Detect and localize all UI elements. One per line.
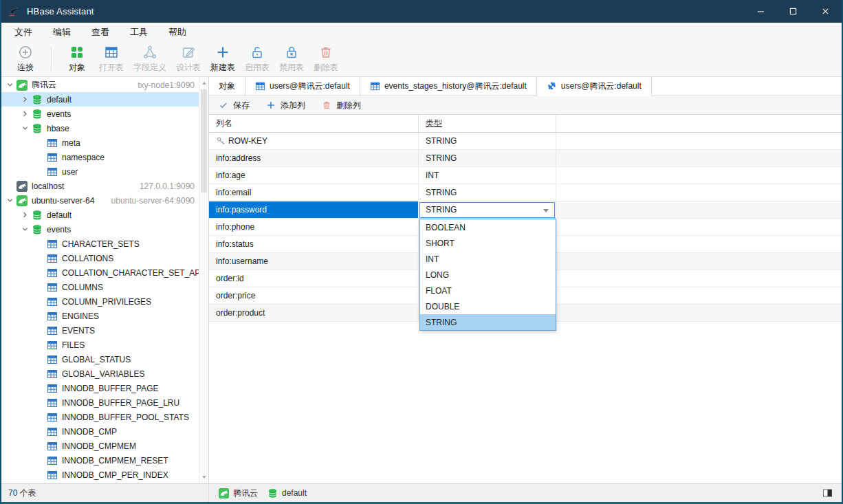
dropdown-option-INT[interactable]: INT [420, 251, 556, 267]
database-icon [32, 210, 43, 221]
tree-item-default[interactable]: default [1, 208, 199, 222]
tree-item-INNODB_BUFFER_PAGE_LRU[interactable]: INNODB_BUFFER_PAGE_LRU [1, 395, 199, 410]
tree-item-FILES[interactable]: FILES [1, 338, 199, 352]
scrollbar-thumb[interactable] [201, 89, 207, 193]
tree-item-COLLATIONS[interactable]: COLLATIONS [1, 251, 199, 265]
chevron-down-icon[interactable] [19, 224, 30, 235]
menu-item-1[interactable]: 编辑 [43, 23, 81, 42]
subtoolbar-add-column-button[interactable]: 添加列 [266, 100, 305, 111]
maximize-button[interactable] [777, 0, 809, 23]
chevron-down-icon[interactable] [4, 80, 15, 91]
column-header-type[interactable]: 类型 [419, 115, 556, 132]
cell-column-type[interactable]: INT [419, 167, 556, 184]
tree-item-INNODB_CMP_PER_INDEX[interactable]: INNODB_CMP_PER_INDEX [1, 468, 199, 482]
minimize-button[interactable] [745, 0, 777, 23]
split-view-icon[interactable] [822, 487, 833, 498]
app-title: HBase Assistant [27, 6, 94, 17]
cell-column-name[interactable]: info:status [209, 236, 419, 252]
dropdown-option-FLOAT[interactable]: FLOAT [420, 283, 556, 298]
menu-item-3[interactable]: 工具 [120, 23, 158, 42]
tree-item-腾讯云[interactable]: 腾讯云txy-node1:9090 [1, 78, 199, 92]
type-combobox[interactable]: STRING [419, 202, 555, 218]
column-header-name[interactable]: 列名 [209, 115, 419, 132]
toolbar-objects-button[interactable]: 对象 [60, 43, 94, 76]
cell-name-text: order:product [216, 308, 265, 318]
subtoolbar-delete-column-button[interactable]: 删除列 [322, 100, 361, 111]
dropdown-option-LONG[interactable]: LONG [420, 267, 556, 283]
tree-item-events[interactable]: events [1, 107, 199, 121]
tree-item-COLLATION_CHARACTER_SET_APPL[interactable]: COLLATION_CHARACTER_SET_APPL [1, 265, 199, 280]
tree-item-ENGINES[interactable]: ENGINES [1, 309, 199, 323]
dropdown-option-STRING[interactable]: STRING [420, 314, 556, 330]
toolbar-design-table-button[interactable]: 设计表 [171, 43, 206, 76]
dropdown-option-DOUBLE[interactable]: DOUBLE [420, 298, 556, 314]
menu-item-0[interactable]: 文件 [4, 23, 43, 42]
grid-row-info:password[interactable]: info:passwordSTRING [209, 201, 842, 219]
chevron-down-icon[interactable] [19, 123, 30, 134]
cell-column-name[interactable]: info:email [209, 184, 419, 201]
toolbar-open-table-button[interactable]: 打开表 [94, 43, 129, 76]
dropdown-option-SHORT[interactable]: SHORT [420, 235, 556, 251]
tab-2[interactable]: events_stages_history@腾讯云:default [360, 77, 537, 96]
toolbar-field-def-button[interactable]: 字段定义 [129, 43, 171, 76]
chevron-right-icon[interactable] [19, 109, 30, 120]
chevron-right-icon[interactable] [19, 210, 30, 221]
cell-column-name[interactable]: order:product [209, 305, 419, 321]
tree-item-namespace[interactable]: namespace [1, 150, 199, 164]
subtoolbar-check-button[interactable]: 保存 [219, 100, 250, 111]
grid-row-info:age[interactable]: info:ageINT [209, 167, 842, 184]
cell-column-name[interactable]: info:address [209, 150, 419, 166]
tree-item-default[interactable]: default [1, 92, 199, 107]
toolbar-enable-table-button[interactable]: 启用表 [240, 43, 274, 76]
toolbar-new-table-button[interactable]: 新建表 [206, 43, 240, 76]
tree-scrollbar[interactable] [199, 77, 208, 483]
tree-item-COLUMNS[interactable]: COLUMNS [1, 280, 199, 294]
close-button[interactable] [809, 0, 842, 23]
toolbar-connect-button[interactable]: 连接 [8, 43, 43, 76]
scroll-up-button[interactable] [199, 78, 208, 88]
cell-column-name[interactable]: info:phone [209, 219, 419, 235]
cell-column-type[interactable]: STRING [419, 184, 556, 201]
cell-column-name[interactable]: info:username [209, 253, 419, 270]
tree-item-INNODB_BUFFER_PAGE[interactable]: INNODB_BUFFER_PAGE [1, 381, 199, 395]
cell-column-name[interactable]: info:age [209, 167, 419, 184]
cell-column-name[interactable]: order:id [209, 270, 419, 287]
tree-item-meta[interactable]: meta [1, 135, 199, 150]
grid-row-info:address[interactable]: info:addressSTRING [209, 150, 842, 167]
grid-row-ROW-KEY[interactable]: ROW-KEYSTRING [209, 133, 842, 150]
menu-item-2[interactable]: 查看 [81, 23, 120, 42]
tree-item-INNODB_BUFFER_POOL_STATS[interactable]: INNODB_BUFFER_POOL_STATS [1, 410, 199, 424]
tree-item-COLUMN_PRIVILEGES[interactable]: COLUMN_PRIVILEGES [1, 294, 199, 309]
cell-column-name[interactable]: ROW-KEY [209, 133, 419, 149]
tree-item-INNODB_CMPMEM[interactable]: INNODB_CMPMEM [1, 439, 199, 453]
cell-column-type[interactable]: STRING [419, 150, 556, 166]
grid-row-info:email[interactable]: info:emailSTRING [209, 184, 842, 201]
tab-1[interactable]: users@腾讯云:default [245, 77, 360, 96]
cell-column-name[interactable]: info:password [209, 201, 419, 218]
toolbar-disable-table-button[interactable]: 禁用表 [274, 43, 309, 76]
cell-column-name[interactable]: order:price [209, 287, 419, 304]
tree-item-ubuntu-server-64[interactable]: ubuntu-server-64ubuntu-server-64:9090 [1, 193, 199, 208]
tab-strip: 对象users@腾讯云:defaultevents_stages_history… [209, 77, 842, 96]
chevron-down-icon[interactable] [4, 195, 15, 206]
tree-item-EVENTS[interactable]: EVENTS [1, 323, 199, 338]
tree-item-GLOBAL_STATUS[interactable]: GLOBAL_STATUS [1, 352, 199, 366]
chevron-slot [34, 311, 45, 322]
scroll-down-button[interactable] [199, 472, 208, 482]
tree-item-events[interactable]: events [1, 222, 199, 237]
tree-item-hbase[interactable]: hbase [1, 121, 199, 135]
dropdown-option-BOOLEAN[interactable]: BOOLEAN [420, 219, 556, 235]
tab-3[interactable]: users@腾讯云:default [537, 77, 652, 96]
tree-item-localhost[interactable]: localhost127.0.0.1:9090 [1, 179, 199, 193]
menu-item-4[interactable]: 帮助 [158, 23, 197, 42]
tab-0[interactable]: 对象 [209, 77, 245, 96]
cell-column-type[interactable]: STRING [419, 133, 556, 149]
chevron-right-icon[interactable] [19, 94, 30, 105]
tree-item-INNODB_CMPMEM_RESET[interactable]: INNODB_CMPMEM_RESET [1, 453, 199, 468]
toolbar-delete-table-button[interactable]: 删除表 [309, 43, 343, 76]
tree-item-GLOBAL_VARIABLES[interactable]: GLOBAL_VARIABLES [1, 366, 199, 381]
cell-column-type[interactable]: STRING [419, 201, 556, 218]
tree-item-user[interactable]: user [1, 164, 199, 179]
tree-item-INNODB_CMP[interactable]: INNODB_CMP [1, 424, 199, 439]
tree-item-CHARACTER_SETS[interactable]: CHARACTER_SETS [1, 237, 199, 251]
